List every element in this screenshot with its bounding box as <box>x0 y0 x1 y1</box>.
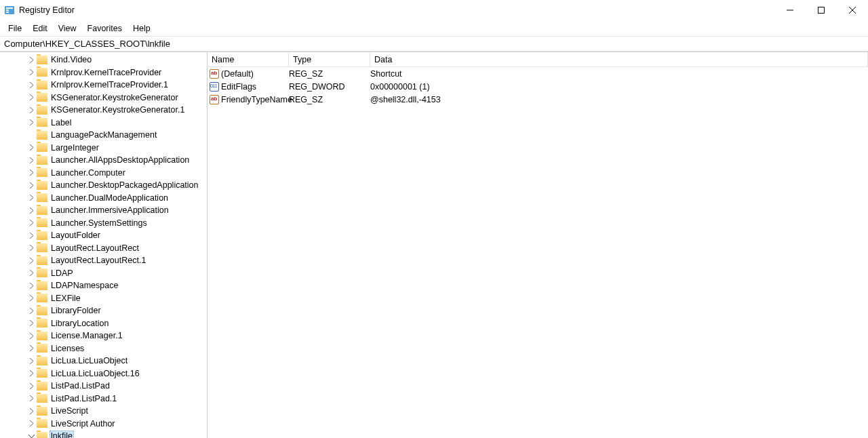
minimize-button[interactable] <box>774 0 806 20</box>
tree-item[interactable]: Launcher.SystemSettings <box>0 217 207 230</box>
tree-item[interactable]: LargeInteger <box>0 142 207 155</box>
folder-icon <box>37 81 47 89</box>
folder-icon <box>37 143 47 152</box>
chevron-right-icon[interactable] <box>27 81 35 89</box>
chevron-right-icon[interactable] <box>27 244 35 252</box>
chevron-right-icon[interactable] <box>27 94 35 102</box>
chevron-right-icon[interactable] <box>27 56 35 64</box>
tree-item[interactable]: ListPad.ListPad.1 <box>0 393 207 405</box>
svg-rect-1 <box>6 7 13 9</box>
tree-item[interactable]: LayoutRect.LayoutRect.1 <box>0 254 207 267</box>
tree-item[interactable]: LibraryFolder <box>0 304 207 317</box>
folder-icon <box>37 382 47 391</box>
chevron-right-icon[interactable] <box>27 294 35 302</box>
list-row[interactable]: (Default)REG_SZShortcut <box>208 67 868 80</box>
chevron-right-icon[interactable] <box>27 119 35 127</box>
tree-item[interactable]: Launcher.DualModeApplication <box>0 192 207 205</box>
tree-item[interactable]: LayoutRect.LayoutRect <box>0 242 207 255</box>
chevron-right-icon[interactable] <box>27 382 35 390</box>
folder-icon <box>37 93 47 102</box>
tree-item[interactable]: KSGenerator.KeystrokeGenerator <box>0 92 207 104</box>
chevron-right-icon[interactable] <box>27 194 35 202</box>
chevron-right-icon[interactable] <box>27 256 35 264</box>
list-row[interactable]: EditFlagsREG_DWORD0x00000001 (1) <box>208 80 868 93</box>
chevron-right-icon[interactable] <box>27 370 35 378</box>
folder-icon <box>37 206 47 215</box>
chevron-right-icon[interactable] <box>27 319 35 327</box>
tree-item-label: LibraryLocation <box>50 319 110 328</box>
chevron-right-icon[interactable] <box>27 407 35 415</box>
tree-item[interactable]: Krnlprov.KernelTraceProvider.1 <box>0 79 207 92</box>
tree-item[interactable]: Launcher.AllAppsDesktopApplication <box>0 154 207 167</box>
tree-item-label: LiveScript <box>50 406 90 416</box>
chevron-right-icon[interactable] <box>27 169 35 177</box>
col-header-name[interactable]: Name <box>208 52 289 66</box>
folder-icon <box>37 168 47 177</box>
chevron-right-icon[interactable] <box>27 332 35 340</box>
svg-rect-2 <box>6 9 9 11</box>
chevron-down-icon[interactable] <box>27 432 35 438</box>
folder-icon <box>37 357 47 365</box>
chevron-right-icon[interactable] <box>27 420 35 428</box>
tree-item[interactable]: LayoutFolder <box>0 229 207 242</box>
chevron-right-icon[interactable] <box>27 395 35 403</box>
tree-item[interactable]: Krnlprov.KernelTraceProvider <box>0 66 207 79</box>
tree-pane[interactable]: Kind.VideoKrnlprov.KernelTraceProviderKr… <box>0 52 208 438</box>
maximize-button[interactable] <box>806 0 837 20</box>
list-header: Name Type Data <box>208 52 868 67</box>
tree-item[interactable]: Launcher.DesktopPackagedApplication <box>0 179 207 192</box>
menu-edit[interactable]: Edit <box>27 22 53 35</box>
tree-item[interactable]: LicLua.LicLuaObject <box>0 355 207 367</box>
cell-name: FriendlyTypeName <box>221 95 289 104</box>
col-header-type[interactable]: Type <box>289 52 370 66</box>
chevron-right-icon[interactable] <box>27 206 35 214</box>
tree-item[interactable]: ListPad.ListPad <box>0 380 207 393</box>
chevron-right-icon[interactable] <box>27 106 35 114</box>
tree-item[interactable]: LiveScript <box>0 405 207 418</box>
tree-item-label: Launcher.Computer <box>50 168 127 178</box>
chevron-right-icon[interactable] <box>27 68 35 77</box>
chevron-right-icon[interactable] <box>27 306 35 315</box>
chevron-right-icon[interactable] <box>27 144 35 152</box>
chevron-right-icon[interactable] <box>27 181 35 189</box>
menu-file[interactable]: File <box>3 22 27 35</box>
chevron-right-icon[interactable] <box>27 281 35 290</box>
tree-item-label: ListPad.ListPad.1 <box>50 394 118 403</box>
tree-item[interactable]: Launcher.Computer <box>0 167 207 180</box>
tree-item[interactable]: License.Manager.1 <box>0 330 207 342</box>
tree-item-label: Launcher.DualModeApplication <box>50 193 170 203</box>
tree-item[interactable]: Kind.Video <box>0 54 207 66</box>
address-bar[interactable]: Computer\HKEY_CLASSES_ROOT\lnkfile <box>0 37 868 52</box>
tree-item[interactable]: KSGenerator.KeystrokeGenerator.1 <box>0 104 207 117</box>
chevron-right-icon[interactable] <box>27 357 35 365</box>
chevron-right-icon[interactable] <box>27 269 35 277</box>
tree-item[interactable]: Licenses <box>0 342 207 355</box>
cell-type: REG_SZ <box>289 95 370 104</box>
menu-help[interactable]: Help <box>127 22 156 35</box>
tree-item[interactable]: LEXFile <box>0 292 207 305</box>
tree-item[interactable]: LDAP <box>0 267 207 280</box>
tree-item-label: Launcher.SystemSettings <box>50 218 149 228</box>
close-button[interactable] <box>837 0 868 20</box>
cell-data: @shell32.dll,-4153 <box>370 95 868 104</box>
chevron-right-icon[interactable] <box>27 156 35 164</box>
menu-favorites[interactable]: Favorites <box>82 22 127 35</box>
tree-item[interactable]: LiveScript Author <box>0 418 207 431</box>
col-header-data[interactable]: Data <box>370 52 868 66</box>
tree-item-label: LicLua.LicLuaObject <box>50 356 129 365</box>
tree-item[interactable]: LibraryLocation <box>0 317 207 330</box>
chevron-right-icon[interactable] <box>27 231 35 239</box>
chevron-right-icon[interactable] <box>27 344 35 353</box>
menu-view[interactable]: View <box>53 22 82 35</box>
tree-item-label: LicLua.LicLuaObject.16 <box>50 369 141 378</box>
tree-item[interactable]: LanguagePackManagement <box>0 129 207 142</box>
tree-item-label: KSGenerator.KeystrokeGenerator.1 <box>50 105 186 115</box>
tree-item[interactable]: lnkfile <box>0 430 207 438</box>
tree-item[interactable]: LicLua.LicLuaObject.16 <box>0 367 207 380</box>
tree-item[interactable]: LDAPNamespace <box>0 279 207 292</box>
tree-item[interactable]: Label <box>0 117 207 130</box>
chevron-right-icon[interactable] <box>27 219 35 227</box>
folder-icon <box>37 306 47 315</box>
tree-item[interactable]: Launcher.ImmersiveApplication <box>0 204 207 217</box>
list-row[interactable]: FriendlyTypeNameREG_SZ@shell32.dll,-4153 <box>208 93 868 106</box>
